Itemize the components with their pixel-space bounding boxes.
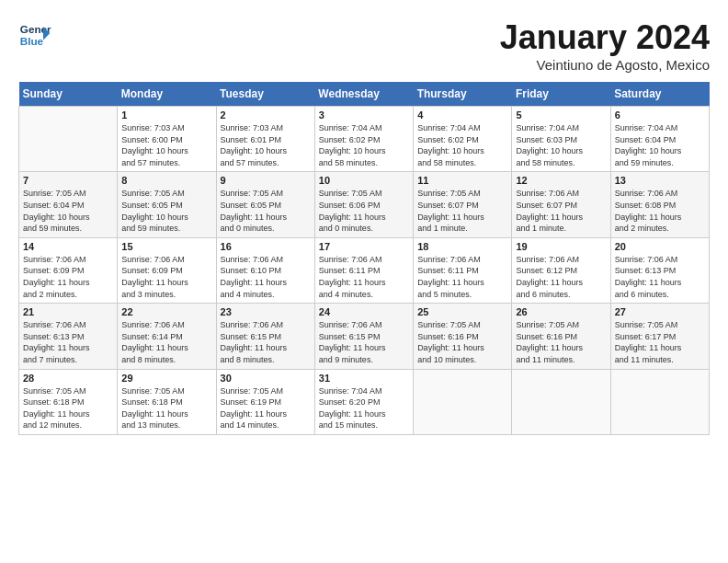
day-number: 21 — [23, 306, 113, 317]
calendar-day-26: 26Sunrise: 7:05 AMSunset: 6:16 PMDayligh… — [512, 304, 610, 369]
day-number: 23 — [221, 306, 311, 317]
weekday-tuesday: Tuesday — [216, 82, 314, 107]
day-info: Sunrise: 7:04 AMSunset: 6:02 PMDaylight:… — [417, 122, 507, 168]
day-info: Sunrise: 7:03 AMSunset: 6:00 PMDaylight:… — [121, 122, 211, 168]
day-number: 18 — [417, 241, 507, 252]
day-info: Sunrise: 7:03 AMSunset: 6:01 PMDaylight:… — [221, 122, 311, 168]
day-info: Sunrise: 7:06 AMSunset: 6:11 PMDaylight:… — [319, 254, 409, 300]
calendar-day-23: 23Sunrise: 7:06 AMSunset: 6:15 PMDayligh… — [216, 304, 314, 369]
day-number: 27 — [615, 306, 705, 317]
day-number: 29 — [121, 373, 211, 384]
day-info: Sunrise: 7:05 AMSunset: 6:06 PMDaylight:… — [319, 188, 409, 234]
day-info: Sunrise: 7:05 AMSunset: 6:07 PMDaylight:… — [417, 188, 507, 234]
calendar-day-2: 2Sunrise: 7:03 AMSunset: 6:01 PMDaylight… — [216, 107, 314, 172]
calendar-day-6: 6Sunrise: 7:04 AMSunset: 6:04 PMDaylight… — [610, 107, 709, 172]
day-info: Sunrise: 7:06 AMSunset: 6:10 PMDaylight:… — [221, 254, 311, 300]
calendar-day-16: 16Sunrise: 7:06 AMSunset: 6:10 PMDayligh… — [216, 237, 314, 303]
day-number: 13 — [615, 175, 705, 186]
calendar-day-14: 14Sunrise: 7:06 AMSunset: 6:09 PMDayligh… — [19, 237, 118, 303]
calendar-day-8: 8Sunrise: 7:05 AMSunset: 6:05 PMDaylight… — [118, 172, 216, 237]
calendar-day-30: 30Sunrise: 7:05 AMSunset: 6:19 PMDayligh… — [216, 369, 314, 434]
day-number: 26 — [516, 306, 606, 317]
calendar-day-27: 27Sunrise: 7:05 AMSunset: 6:17 PMDayligh… — [610, 304, 709, 369]
day-number: 19 — [516, 241, 606, 252]
day-info: Sunrise: 7:04 AMSunset: 6:20 PMDaylight:… — [319, 385, 409, 431]
day-info: Sunrise: 7:06 AMSunset: 6:15 PMDaylight:… — [319, 319, 409, 365]
day-info: Sunrise: 7:05 AMSunset: 6:16 PMDaylight:… — [516, 319, 606, 365]
day-info: Sunrise: 7:05 AMSunset: 6:18 PMDaylight:… — [23, 385, 113, 431]
day-number: 14 — [23, 241, 113, 252]
calendar-day-11: 11Sunrise: 7:05 AMSunset: 6:07 PMDayligh… — [414, 172, 512, 237]
calendar-day-17: 17Sunrise: 7:06 AMSunset: 6:11 PMDayligh… — [314, 237, 413, 303]
day-number: 9 — [221, 175, 311, 186]
header: General Blue January 2024 Veintiuno de A… — [18, 18, 710, 73]
calendar-day-3: 3Sunrise: 7:04 AMSunset: 6:02 PMDaylight… — [314, 107, 413, 172]
calendar-day-15: 15Sunrise: 7:06 AMSunset: 6:09 PMDayligh… — [118, 237, 216, 303]
day-number: 16 — [221, 241, 311, 252]
day-info: Sunrise: 7:06 AMSunset: 6:09 PMDaylight:… — [23, 254, 113, 300]
calendar-week-4: 21Sunrise: 7:06 AMSunset: 6:13 PMDayligh… — [19, 304, 710, 369]
day-number: 24 — [319, 306, 409, 317]
day-info: Sunrise: 7:05 AMSunset: 6:19 PMDaylight:… — [221, 385, 311, 431]
day-number: 8 — [121, 175, 211, 186]
weekday-friday: Friday — [512, 82, 610, 107]
day-info: Sunrise: 7:06 AMSunset: 6:07 PMDaylight:… — [516, 188, 606, 234]
calendar-day-24: 24Sunrise: 7:06 AMSunset: 6:15 PMDayligh… — [314, 304, 413, 369]
day-info: Sunrise: 7:05 AMSunset: 6:16 PMDaylight:… — [417, 319, 507, 365]
calendar-empty — [19, 107, 118, 172]
day-number: 30 — [221, 373, 311, 384]
calendar-day-31: 31Sunrise: 7:04 AMSunset: 6:20 PMDayligh… — [314, 369, 413, 434]
day-number: 5 — [516, 109, 606, 121]
day-number: 6 — [615, 109, 705, 121]
calendar-week-3: 14Sunrise: 7:06 AMSunset: 6:09 PMDayligh… — [19, 237, 710, 303]
day-number: 12 — [516, 175, 606, 186]
day-info: Sunrise: 7:06 AMSunset: 6:13 PMDaylight:… — [615, 254, 705, 300]
calendar-week-5: 28Sunrise: 7:05 AMSunset: 6:18 PMDayligh… — [19, 369, 710, 434]
weekday-thursday: Thursday — [414, 82, 512, 107]
svg-text:Blue: Blue — [20, 35, 44, 47]
calendar-day-10: 10Sunrise: 7:05 AMSunset: 6:06 PMDayligh… — [314, 172, 413, 237]
calendar-day-28: 28Sunrise: 7:05 AMSunset: 6:18 PMDayligh… — [19, 369, 118, 434]
calendar-empty — [414, 369, 512, 434]
location-title: Veintiuno de Agosto, Mexico — [500, 57, 710, 73]
day-info: Sunrise: 7:05 AMSunset: 6:05 PMDaylight:… — [121, 188, 211, 234]
calendar-day-18: 18Sunrise: 7:06 AMSunset: 6:11 PMDayligh… — [414, 237, 512, 303]
weekday-header-row: SundayMondayTuesdayWednesdayThursdayFrid… — [19, 82, 710, 107]
weekday-wednesday: Wednesday — [314, 82, 413, 107]
calendar-day-7: 7Sunrise: 7:05 AMSunset: 6:04 PMDaylight… — [19, 172, 118, 237]
calendar-day-19: 19Sunrise: 7:06 AMSunset: 6:12 PMDayligh… — [512, 237, 610, 303]
calendar-week-2: 7Sunrise: 7:05 AMSunset: 6:04 PMDaylight… — [19, 172, 710, 237]
weekday-saturday: Saturday — [610, 82, 709, 107]
calendar-day-29: 29Sunrise: 7:05 AMSunset: 6:18 PMDayligh… — [118, 369, 216, 434]
calendar-day-25: 25Sunrise: 7:05 AMSunset: 6:16 PMDayligh… — [414, 304, 512, 369]
day-info: Sunrise: 7:06 AMSunset: 6:14 PMDaylight:… — [121, 319, 211, 365]
weekday-sunday: Sunday — [19, 82, 118, 107]
calendar-day-21: 21Sunrise: 7:06 AMSunset: 6:13 PMDayligh… — [19, 304, 118, 369]
day-info: Sunrise: 7:06 AMSunset: 6:15 PMDaylight:… — [221, 319, 311, 365]
day-info: Sunrise: 7:06 AMSunset: 6:08 PMDaylight:… — [615, 188, 705, 234]
day-number: 10 — [319, 175, 409, 186]
day-info: Sunrise: 7:04 AMSunset: 6:04 PMDaylight:… — [615, 122, 705, 168]
calendar-day-13: 13Sunrise: 7:06 AMSunset: 6:08 PMDayligh… — [610, 172, 709, 237]
calendar-week-1: 1Sunrise: 7:03 AMSunset: 6:00 PMDaylight… — [19, 107, 710, 172]
day-info: Sunrise: 7:05 AMSunset: 6:04 PMDaylight:… — [23, 188, 113, 234]
calendar-table: SundayMondayTuesdayWednesdayThursdayFrid… — [18, 82, 710, 435]
day-info: Sunrise: 7:06 AMSunset: 6:11 PMDaylight:… — [417, 254, 507, 300]
day-number: 3 — [319, 109, 409, 121]
day-number: 7 — [23, 175, 113, 186]
calendar-empty — [512, 369, 610, 434]
weekday-monday: Monday — [118, 82, 216, 107]
month-title: January 2024 — [500, 18, 710, 57]
logo: General Blue — [18, 18, 51, 52]
day-info: Sunrise: 7:06 AMSunset: 6:12 PMDaylight:… — [516, 254, 606, 300]
day-info: Sunrise: 7:05 AMSunset: 6:05 PMDaylight:… — [221, 188, 311, 234]
day-number: 20 — [615, 241, 705, 252]
day-number: 11 — [417, 175, 507, 186]
day-info: Sunrise: 7:05 AMSunset: 6:18 PMDaylight:… — [121, 385, 211, 431]
calendar-empty — [610, 369, 709, 434]
day-number: 4 — [417, 109, 507, 121]
calendar-day-1: 1Sunrise: 7:03 AMSunset: 6:00 PMDaylight… — [118, 107, 216, 172]
calendar-day-4: 4Sunrise: 7:04 AMSunset: 6:02 PMDaylight… — [414, 107, 512, 172]
calendar-day-12: 12Sunrise: 7:06 AMSunset: 6:07 PMDayligh… — [512, 172, 610, 237]
title-area: January 2024 Veintiuno de Agosto, Mexico — [500, 18, 710, 73]
